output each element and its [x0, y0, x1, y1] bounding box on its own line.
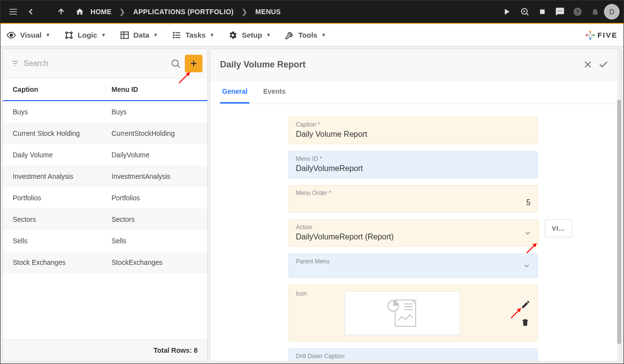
main-layout: Caption Menu ID BuysBuysCurrent Stock Ho…: [0, 46, 624, 364]
detail-header: Daily Volume Report: [210, 49, 621, 81]
table-header: Caption Menu ID: [3, 79, 207, 101]
menu-data[interactable]: Data▼: [120, 30, 158, 40]
menu-label: Data: [134, 31, 150, 39]
back-icon[interactable]: [22, 3, 40, 21]
cell-menuid: Buys: [111, 108, 198, 116]
menu-tasks[interactable]: Tasks▼: [172, 30, 214, 40]
crumb-home[interactable]: HOME: [88, 6, 114, 18]
page-title: Daily Volume Report: [220, 60, 306, 70]
avatar[interactable]: D: [604, 4, 620, 20]
cell-caption: Portfolios: [13, 194, 106, 202]
menu-setup[interactable]: Setup▼: [228, 30, 271, 40]
play-icon[interactable]: [498, 3, 516, 21]
field-label: Action: [296, 224, 532, 231]
table-body: BuysBuysCurrent Stock HoldingCurrentStoc…: [3, 101, 207, 339]
up-icon[interactable]: [52, 3, 70, 21]
field-value: DailyVolumeReport: [296, 164, 531, 173]
right-panel: Daily Volume Report General Events Capti…: [210, 48, 622, 362]
field-menuorder[interactable]: Menu Order * 5: [289, 185, 538, 213]
svg-line-6: [526, 13, 528, 15]
table-row[interactable]: Investment AnalysisInvestmentAnalysis: [3, 166, 207, 187]
svg-point-15: [70, 32, 72, 33]
add-button[interactable]: [185, 55, 202, 72]
table-row[interactable]: Current Stock HoldingCurrentStockHolding: [3, 123, 207, 144]
field-label: Caption *: [296, 121, 531, 128]
field-menuid[interactable]: Menu ID * DailyVolumeReport: [289, 151, 538, 178]
chat-icon[interactable]: [551, 3, 569, 21]
svg-line-46: [511, 308, 521, 318]
field-label: Menu Order *: [296, 190, 531, 196]
tabs: General Events: [210, 81, 621, 104]
svg-point-31: [172, 60, 178, 66]
cell-menuid: Portfolios: [111, 194, 198, 202]
svg-line-39: [527, 243, 536, 253]
svg-point-10: [560, 10, 561, 11]
topbar: HOME ❯ APPLICATIONS (PORTFOLIO) ❯ MENUS …: [0, 0, 624, 24]
cell-menuid: Sells: [111, 237, 198, 245]
svg-rect-18: [121, 32, 128, 38]
search-input[interactable]: [23, 59, 166, 68]
scrollbar-thumb[interactable]: [617, 100, 621, 344]
crumb-applications[interactable]: APPLICATIONS (PORTFOLIO): [131, 6, 237, 18]
cell-menuid: StockExchanges: [111, 258, 198, 266]
chevron-down-icon[interactable]: [523, 262, 531, 270]
field-drill-down[interactable]: Drill Down Caption: [289, 348, 538, 361]
svg-point-17: [70, 37, 72, 38]
field-label: Menu ID *: [296, 155, 531, 162]
delete-icon[interactable]: [521, 318, 531, 327]
cell-menuid: DailyVolume: [111, 151, 198, 159]
field-value: Daily Volume Report: [296, 130, 531, 139]
field-icon: Icon: [289, 285, 538, 342]
menu-visual[interactable]: Visual▼: [6, 30, 50, 40]
menu-label: Visual: [20, 31, 42, 39]
hamburger-icon[interactable]: [4, 3, 22, 21]
field-caption[interactable]: Caption * Daily Volume Report: [289, 117, 538, 144]
table-row[interactable]: BuysBuys: [3, 101, 207, 123]
breadcrumb: HOME ❯ APPLICATIONS (PORTFOLIO) ❯ MENUS: [74, 3, 284, 21]
field-action[interactable]: Action DailyVolumeReport (Report): [289, 219, 539, 247]
form-area: Caption * Daily Volume Report Menu ID * …: [210, 104, 621, 361]
cell-menuid: InvestmentAnalysis: [111, 172, 198, 180]
field-label: Parent Menu: [296, 258, 531, 265]
table-row[interactable]: SectorsSectors: [3, 209, 207, 230]
table-footer: Total Rows: 8: [3, 339, 207, 361]
crumb-menus[interactable]: MENUS: [252, 6, 284, 18]
close-icon[interactable]: [580, 57, 596, 72]
stop-icon[interactable]: [534, 3, 551, 21]
field-label: Drill Down Caption: [296, 353, 531, 360]
table-row[interactable]: PortfoliosPortfolios: [3, 187, 207, 209]
view-button[interactable]: VI…: [545, 219, 572, 237]
menu-logic[interactable]: Logic▼: [64, 30, 106, 40]
edit-icon[interactable]: [521, 300, 531, 309]
check-icon[interactable]: [596, 57, 611, 72]
svg-marker-40: [533, 243, 536, 247]
table-row[interactable]: Daily VolumeDailyVolume: [3, 144, 207, 166]
chevron-down-icon[interactable]: [524, 229, 532, 237]
chevron-right-icon: ❯: [239, 8, 250, 16]
filter-icon[interactable]: [11, 59, 20, 68]
zoom-icon[interactable]: [516, 3, 534, 21]
menu-label: Tools: [298, 31, 317, 39]
left-panel: Caption Menu ID BuysBuysCurrent Stock Ho…: [2, 48, 208, 362]
search-row: [3, 49, 207, 79]
menu-tools[interactable]: Tools▼: [285, 30, 326, 40]
column-menuid[interactable]: Menu ID: [111, 86, 198, 93]
help-icon[interactable]: ?: [569, 3, 586, 21]
svg-point-9: [558, 10, 559, 11]
icon-preview: [345, 291, 460, 335]
cell-caption: Investment Analysis: [13, 172, 106, 180]
tab-events[interactable]: Events: [261, 81, 288, 104]
cell-caption: Current Stock Holding: [13, 129, 106, 137]
table-row[interactable]: SellsSells: [3, 230, 207, 252]
svg-point-13: [10, 34, 13, 36]
column-caption[interactable]: Caption: [13, 86, 106, 93]
search-icon[interactable]: [170, 58, 181, 69]
table-row[interactable]: Stock ExchangesStockExchanges: [3, 252, 207, 273]
tab-general[interactable]: General: [220, 81, 249, 104]
bell-icon[interactable]: [586, 3, 604, 21]
field-parent-menu[interactable]: Parent Menu: [289, 254, 538, 278]
annotation-arrow: [525, 240, 539, 255]
home-icon[interactable]: [74, 3, 86, 21]
brand-logo: FIVE: [585, 30, 618, 41]
cell-caption: Buys: [13, 108, 106, 116]
